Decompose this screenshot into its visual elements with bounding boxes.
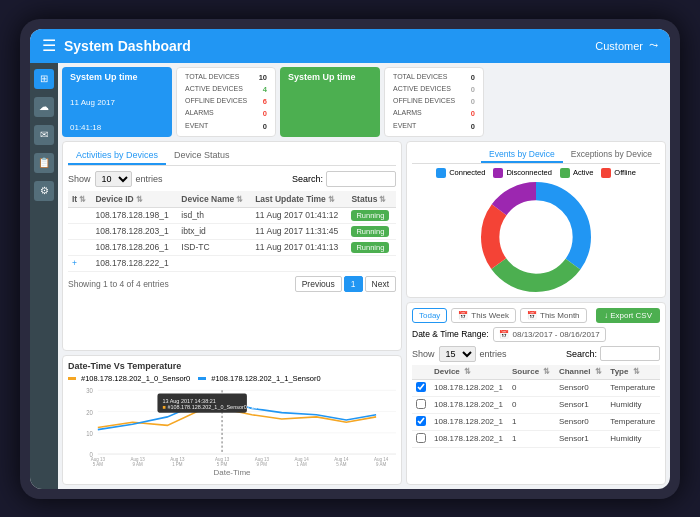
right-panel: Events by Device Exceptions by Device Co… (406, 141, 666, 485)
tab-activities[interactable]: Activities by Devices (68, 147, 166, 165)
legend-active: Active (560, 168, 593, 178)
tab-events[interactable]: Events by Device (481, 147, 563, 163)
event-2: EVENT 0 (393, 122, 475, 131)
search-input[interactable] (326, 171, 396, 187)
col-it: It⇅ (68, 191, 91, 208)
share-icon[interactable]: ⤳ (649, 39, 658, 52)
next-btn[interactable]: Next (365, 276, 396, 292)
legend-connected-label: Connected (449, 168, 485, 177)
list-item: 108.178.128.202_11Sensor1Humidity (412, 430, 660, 447)
row-id: 108.178.128.222_1 (91, 255, 177, 271)
col-last-update: Last Update Time⇅ (251, 191, 347, 208)
row-name: isd_th (177, 207, 251, 223)
svg-point-34 (509, 209, 564, 264)
info-card-1: TOTAL DEVICES 10 ACTIVE DEVICES 4 OFFLIN… (176, 67, 276, 137)
svg-text:5 AM: 5 AM (336, 461, 346, 466)
show-label: Show (68, 174, 91, 184)
line-chart-card: Date-Time Vs Temperature #108.178.128.20… (62, 355, 402, 485)
row-id: 108.178.128.203_1 (91, 223, 177, 239)
today-btn[interactable]: Today (412, 308, 447, 323)
offline-devices-1: OFFLINE DEVICES 6 (185, 97, 267, 106)
al-label-2: ALARMS (393, 109, 422, 118)
bottom-entries-select[interactable]: 15 25 (439, 346, 476, 362)
ad-label-2: ACTIVE DEVICES (393, 85, 451, 94)
bottom-row-type: Temperature (606, 379, 660, 396)
list-item: 108.178.128.202_10Sensor0Temperature (412, 379, 660, 396)
bottom-row-device: 108.178.128.202_1 (430, 396, 508, 413)
row-checkbox[interactable] (416, 399, 426, 409)
ad-label-1: ACTIVE DEVICES (185, 85, 243, 94)
this-week-btn[interactable]: 📅 This Week (451, 308, 516, 323)
tab-exceptions[interactable]: Exceptions by Device (563, 147, 660, 163)
row-time: 11 Aug 2017 11:31:45 (251, 223, 347, 239)
bottom-search-input[interactable] (600, 346, 660, 361)
row-name: ISD-TC (177, 239, 251, 255)
col-check (412, 365, 430, 380)
showing-text: Showing 1 to 4 of 4 entries (68, 279, 169, 289)
bottom-row-device: 108.178.128.202_1 (430, 430, 508, 447)
legend-1-label: #108.178.128.202_1_0_Sensor0 (81, 374, 190, 383)
row-id: 108.178.128.206_1 (91, 239, 177, 255)
devices-table: It⇅ Device ID⇅ Device Name⇅ Last Update … (68, 191, 396, 272)
bottom-table-controls: Show 15 25 entries Search: (412, 346, 660, 362)
date-range-val: 08/13/2017 - 08/16/2017 (513, 330, 600, 339)
week-label: This Week (471, 311, 509, 320)
middle-row: Activities by Devices Device Status Show… (62, 141, 666, 485)
entries-select[interactable]: 10 25 50 (95, 171, 132, 187)
uptime-card-2-title: System Up time (288, 72, 372, 82)
export-csv-btn[interactable]: ↓ Export CSV (596, 308, 660, 323)
row-checkbox[interactable] (416, 416, 426, 426)
od-label-1: OFFLINE DEVICES (185, 97, 247, 106)
bottom-row-type: Humidity (606, 396, 660, 413)
table-row: 108.178.128.203_1ibtx_id11 Aug 2017 11:3… (68, 223, 396, 239)
od-val-2: 0 (471, 97, 475, 106)
td-val-2: 0 (471, 73, 475, 82)
row-checkbox[interactable] (416, 382, 426, 392)
row-status: Running (347, 207, 396, 223)
app-title: System Dashboard (64, 38, 191, 54)
sidebar-icon-mail[interactable]: ✉ (34, 125, 54, 145)
calendar-icon-2: 📅 (499, 330, 509, 339)
al-val-2: 0 (471, 109, 475, 118)
sidebar-icon-home[interactable]: ⊞ (34, 69, 54, 89)
bottom-row-source: 0 (508, 396, 555, 413)
bottom-row-channel: Sensor1 (555, 430, 606, 447)
row-checkbox[interactable] (416, 433, 426, 443)
this-month-btn[interactable]: 📅 This Month (520, 308, 587, 323)
sidebar-icon-cloud[interactable]: ☁ (34, 97, 54, 117)
line-chart-svg: 30 20 10 0 (68, 385, 396, 470)
event-1: EVENT 0 (185, 122, 267, 131)
legend-connected: Connected (436, 168, 485, 178)
svg-text:20: 20 (86, 408, 93, 415)
ev-label-2: EVENT (393, 122, 416, 131)
svg-text:13 Aug 2017 14:38:21: 13 Aug 2017 14:38:21 (162, 397, 215, 403)
page-1-btn[interactable]: 1 (344, 276, 363, 292)
donut-container (412, 182, 660, 292)
bottom-data-table: Device ⇅ Source ⇅ Channel ⇅ Type ⇅ 108.1… (412, 365, 660, 448)
ev-label-1: EVENT (185, 122, 208, 131)
ad-val-1: 4 (263, 85, 267, 94)
table-row: 108.178.128.206_1ISD-TC11 Aug 2017 01:41… (68, 239, 396, 255)
tablet-frame: ☰ System Dashboard Customer ⤳ ⊞ ☁ ✉ 📋 ⚙ (20, 19, 680, 499)
bottom-row-channel: Sensor0 (555, 379, 606, 396)
info-card-2: TOTAL DEVICES 0 ACTIVE DEVICES 0 OFFLINE… (384, 67, 484, 137)
table-tabs: Activities by Devices Device Status (68, 147, 396, 166)
calendar-icon: 📅 (458, 311, 468, 320)
expand-btn[interactable]: + (68, 255, 91, 271)
col-channel: Channel ⇅ (555, 365, 606, 380)
legend-disconnected: Disconnected (493, 168, 551, 178)
bottom-search-label: Search: (566, 349, 597, 359)
tab-device-status[interactable]: Device Status (166, 147, 238, 165)
prev-btn[interactable]: Previous (295, 276, 342, 292)
uptime-card-1-date: 11 Aug 2017 (70, 98, 164, 107)
ev-val-2: 0 (471, 122, 475, 131)
menu-icon[interactable]: ☰ (42, 36, 56, 55)
col-device-id: Device ID⇅ (91, 191, 177, 208)
header-left: ☰ System Dashboard (42, 36, 191, 55)
ev-val-1: 0 (263, 122, 267, 131)
sidebar-icon-list[interactable]: 📋 (34, 153, 54, 173)
content-area: System Up time 11 Aug 2017 01:41:18 TOTA… (58, 63, 670, 489)
sidebar-icon-settings[interactable]: ⚙ (34, 181, 54, 201)
status-badge: Running (351, 242, 389, 253)
date-range-input[interactable]: 📅 08/13/2017 - 08/16/2017 (493, 327, 606, 342)
